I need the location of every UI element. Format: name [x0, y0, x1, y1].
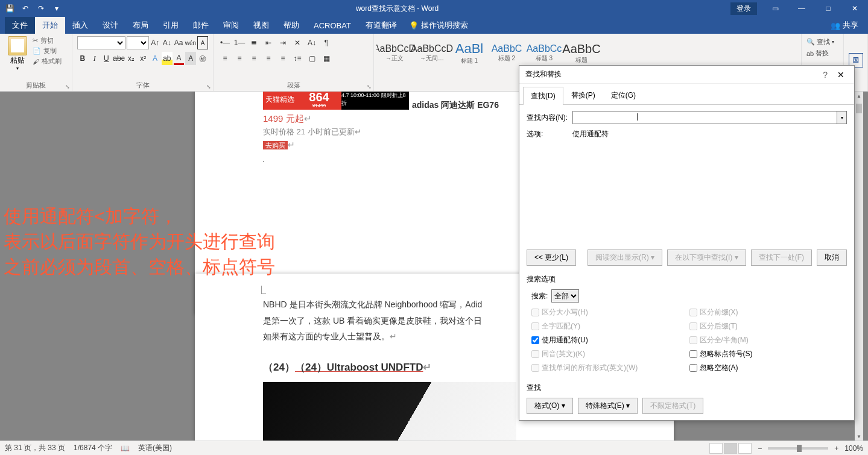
char-shading-icon[interactable]: A: [185, 52, 196, 65]
tab-help[interactable]: 帮助: [276, 17, 306, 34]
cancel-button[interactable]: 取消: [817, 249, 847, 266]
strikethrough-button[interactable]: abc: [113, 52, 124, 65]
copy-button[interactable]: 📄复制: [33, 46, 62, 55]
bullets-icon[interactable]: •—: [218, 36, 232, 49]
shading-icon[interactable]: ▢: [305, 52, 318, 65]
distributed-icon[interactable]: ≡: [276, 52, 290, 65]
close-window-icon[interactable]: ✕: [841, 0, 868, 17]
font-family-select[interactable]: [77, 36, 125, 49]
tell-me-search[interactable]: 💡 操作说明搜索: [409, 20, 468, 31]
special-format-button[interactable]: 特殊格式(E) ▾: [578, 398, 638, 414]
tab-youdao[interactable]: 有道翻译: [358, 17, 404, 34]
no-format-button[interactable]: 不限定格式(T): [642, 398, 703, 414]
find-dropdown-icon[interactable]: ▾: [837, 111, 847, 124]
tab-layout[interactable]: 布局: [125, 17, 156, 34]
superscript-button[interactable]: x²: [138, 52, 148, 65]
vertical-scrollbar[interactable]: ▲ ▼: [855, 92, 863, 441]
status-zoom[interactable]: 100%: [844, 444, 863, 453]
align-left-icon[interactable]: ≡: [218, 52, 232, 65]
less-button[interactable]: << 更少(L): [527, 249, 576, 266]
qat-dropdown-icon[interactable]: ▾: [49, 1, 64, 16]
borders-icon[interactable]: ▦: [320, 52, 333, 65]
font-size-select[interactable]: [127, 36, 149, 49]
char-border-icon[interactable]: A: [197, 36, 208, 49]
indent-dec-icon[interactable]: ⇤: [262, 36, 275, 49]
font-launcher-icon[interactable]: ⤡: [206, 84, 211, 90]
clipboard-launcher-icon[interactable]: ⤡: [65, 84, 70, 90]
style-item[interactable]: AaBbCcD→正文: [376, 36, 413, 70]
find-in-button[interactable]: 在以下项中查找(I) ▾: [667, 249, 746, 266]
dialog-help-icon[interactable]: ?: [817, 70, 834, 80]
redo-icon[interactable]: ↷: [34, 1, 48, 16]
scroll-down-icon[interactable]: ▼: [855, 432, 863, 441]
tab-acrobat[interactable]: ACROBAT: [306, 17, 358, 34]
spellcheck-icon[interactable]: 📖: [121, 444, 130, 453]
enclose-char-icon[interactable]: ㊙: [197, 52, 208, 65]
tab-review[interactable]: 审阅: [216, 17, 246, 34]
underline-button[interactable]: U: [101, 52, 112, 65]
wildcards-checkbox[interactable]: 使用通配符(U): [531, 335, 689, 345]
line-spacing-icon[interactable]: ↕≡: [291, 52, 304, 65]
paste-dropdown-icon[interactable]: ▾: [16, 66, 19, 71]
dialog-tab-goto[interactable]: 定位(G): [603, 86, 644, 104]
font-color-icon[interactable]: A: [174, 52, 185, 65]
reading-highlight-button[interactable]: 阅读突出显示(R) ▾: [588, 249, 662, 266]
maximize-icon[interactable]: □: [815, 0, 841, 17]
asian-layout-icon[interactable]: ✕: [291, 36, 304, 49]
shrink-font-icon[interactable]: A↓: [162, 36, 172, 49]
tab-home[interactable]: 开始: [35, 17, 65, 34]
print-layout-icon[interactable]: [724, 443, 737, 454]
find-button[interactable]: 🔍查找▾: [806, 36, 838, 48]
replace-button[interactable]: ab替换: [806, 48, 838, 59]
share-button[interactable]: 👥 共享: [831, 20, 868, 31]
align-center-icon[interactable]: ≡: [233, 52, 246, 65]
status-page[interactable]: 第 31 页，共 33 页: [5, 443, 65, 453]
align-right-icon[interactable]: ≡: [247, 52, 261, 65]
cut-button[interactable]: ✂剪切: [33, 36, 62, 45]
tab-file[interactable]: 文件: [5, 17, 35, 34]
status-wordcount[interactable]: 1/6874 个字: [74, 443, 112, 453]
justify-icon[interactable]: ≡: [262, 52, 275, 65]
italic-button[interactable]: I: [89, 52, 100, 65]
read-mode-icon[interactable]: [709, 443, 723, 454]
dialog-titlebar[interactable]: 查找和替换 ? ✕: [519, 66, 854, 84]
change-case-icon[interactable]: Aa: [173, 36, 183, 49]
grow-font-icon[interactable]: A↑: [150, 36, 160, 49]
zoom-in-icon[interactable]: +: [834, 444, 838, 453]
minimize-icon[interactable]: —: [788, 0, 815, 17]
multilevel-icon[interactable]: ≣: [247, 36, 261, 49]
web-layout-icon[interactable]: [738, 443, 752, 454]
find-input[interactable]: [572, 111, 837, 124]
dialog-close-icon[interactable]: ✕: [834, 70, 848, 80]
ignore-space-checkbox[interactable]: 忽略空格(A): [689, 363, 847, 373]
dialog-tab-replace[interactable]: 替换(P): [563, 86, 603, 104]
scroll-up-icon[interactable]: ▲: [855, 92, 863, 100]
zoom-slider[interactable]: [768, 447, 828, 450]
show-marks-icon[interactable]: ¶: [320, 36, 333, 49]
paste-button[interactable]: 粘贴 ▾: [5, 36, 30, 71]
highlight-icon[interactable]: ab: [162, 52, 173, 65]
zoom-out-icon[interactable]: −: [758, 444, 762, 453]
ignore-punct-checkbox[interactable]: 忽略标点符号(S): [689, 349, 847, 359]
status-language[interactable]: 英语(美国): [138, 443, 172, 453]
style-item[interactable]: AaBbCcD→无间…: [414, 36, 450, 70]
format-button[interactable]: 格式(O) ▾: [527, 398, 573, 414]
subscript-button[interactable]: x₂: [126, 52, 137, 65]
tab-view[interactable]: 视图: [246, 17, 276, 34]
style-item[interactable]: AaBl标题 1: [451, 36, 487, 70]
tab-mailings[interactable]: 邮件: [186, 17, 216, 34]
search-direction-select[interactable]: 全部: [551, 289, 579, 303]
dialog-tab-find[interactable]: 查找(D): [523, 87, 563, 105]
tab-insert[interactable]: 插入: [65, 17, 95, 34]
text-effects-icon[interactable]: A: [150, 52, 160, 65]
save-icon[interactable]: 💾: [2, 1, 17, 16]
login-button[interactable]: 登录: [730, 2, 757, 15]
tab-references[interactable]: 引用: [156, 17, 186, 34]
zoom-thumb[interactable]: [797, 445, 802, 452]
phonetic-icon[interactable]: wén: [185, 36, 196, 49]
tab-design[interactable]: 设计: [95, 17, 125, 34]
bold-button[interactable]: B: [77, 52, 88, 65]
numbering-icon[interactable]: 1—: [233, 36, 246, 49]
paragraph-launcher-icon[interactable]: ⤡: [367, 84, 372, 90]
scrollbar-thumb[interactable]: [856, 104, 862, 113]
